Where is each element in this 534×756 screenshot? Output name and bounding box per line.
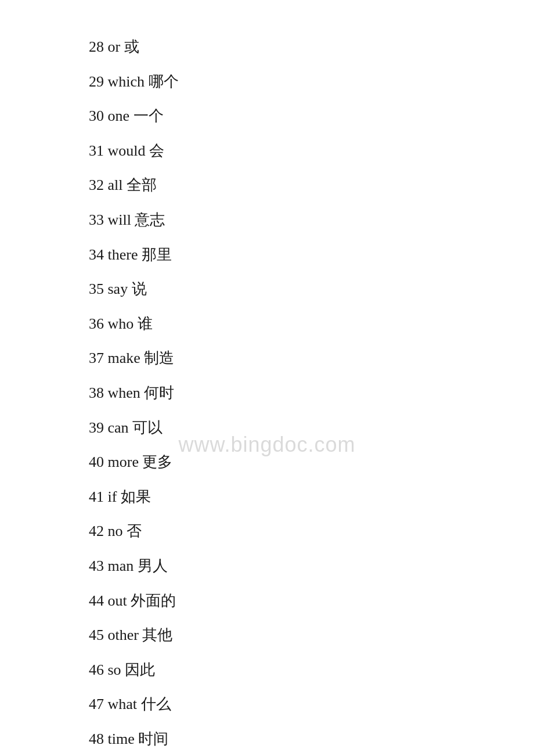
list-item: 47 what 什么 xyxy=(89,692,534,717)
list-item: 42 no 否 xyxy=(89,519,534,543)
list-item: 37 make 制造 xyxy=(89,346,534,370)
list-item: 45 other 其他 xyxy=(89,623,534,647)
list-item: 40 more 更多 xyxy=(89,450,534,474)
list-item: 46 so 因此 xyxy=(89,658,534,682)
list-item: 28 or 或 xyxy=(89,35,534,59)
list-item: 44 out 外面的 xyxy=(89,589,534,613)
list-item: 30 one 一个 xyxy=(89,104,534,128)
list-item: 29 which 哪个 xyxy=(89,70,534,94)
list-item: 31 would 会 xyxy=(89,139,534,163)
list-item: 39 can 可以 xyxy=(89,416,534,440)
list-item: 34 there 那里 xyxy=(89,243,534,267)
list-item: 32 all 全部 xyxy=(89,173,534,197)
list-item: 43 man 男人 xyxy=(89,554,534,578)
list-item: 48 time 时间 xyxy=(89,727,534,751)
list-item: 41 if 如果 xyxy=(89,485,534,509)
list-item: 38 when 何时 xyxy=(89,381,534,405)
list-item: 36 who 谁 xyxy=(89,312,534,336)
list-item: 35 say 说 xyxy=(89,277,534,301)
word-list: 28 or 或29 which 哪个30 one 一个31 would 会32 … xyxy=(89,35,534,756)
page-content: 28 or 或29 which 哪个30 one 一个31 would 会32 … xyxy=(0,0,534,756)
list-item: 33 will 意志 xyxy=(89,208,534,232)
